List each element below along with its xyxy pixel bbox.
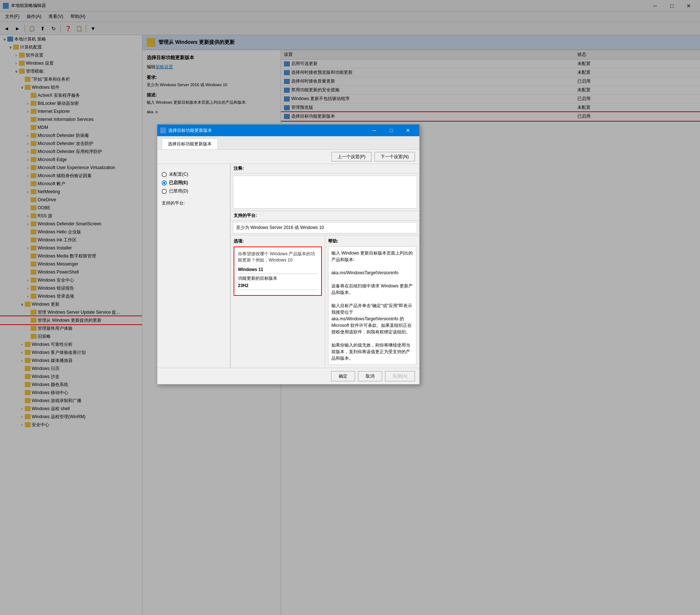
prev-setting-button[interactable]: 上一个设置(P) (331, 152, 372, 161)
options-version-value: 23H2 (238, 283, 318, 288)
dialog-bottom-area: 选项: 你希望接收哪个 Windows 产品版本的功能更新？例如，Windows… (231, 235, 419, 368)
options-version-label: 功能更新的目标版本 (238, 275, 318, 282)
dialog-options-area: 选项: 你希望接收哪个 Windows 产品版本的功能更新？例如，Windows… (231, 235, 325, 368)
radio-disabled-input[interactable] (162, 189, 167, 194)
help-label: 帮助: (328, 238, 416, 244)
dialog-controls: ─ □ ✕ (366, 125, 416, 136)
platform-label-text: 支持的平台: (162, 200, 226, 206)
dialog-nav: 上一个设置(P) 下一个设置(N) (157, 150, 419, 164)
radio-not-configured-input[interactable] (162, 172, 167, 177)
dialog-tab-main[interactable]: 选择目标功能更新版本 (162, 138, 218, 149)
next-setting-button[interactable]: 下一个设置(N) (374, 152, 415, 161)
help-text: 输入 Windows 更新目标版本页面上列出的产品和版本: aka.ms/Win… (328, 247, 416, 365)
ok-button[interactable]: 确定 (331, 371, 355, 381)
dialog-titlebar-left: 选择目标功能更新版本 (160, 127, 212, 134)
options-product-label: Windows 11 (238, 267, 318, 272)
options-divider-1 (238, 274, 318, 274)
options-box: 你希望接收哪个 Windows 产品版本的功能更新？例如，Windows 10 … (234, 247, 322, 296)
dialog-title-icon (160, 127, 166, 133)
radio-not-configured[interactable]: 未配置(C) (162, 171, 226, 177)
dialog-tabs: 选择目标功能更新版本 (157, 136, 419, 150)
dialog-body: 未配置(C) 已启用(E) 已禁用(D) 支持的平台: 注释: (157, 164, 419, 368)
dialog-titlebar: 选择目标功能更新版本 ─ □ ✕ (157, 125, 419, 136)
radio-enabled-input[interactable] (162, 180, 167, 186)
radio-group: 未配置(C) 已启用(E) 已禁用(D) (162, 171, 226, 194)
dialog-minimize-button[interactable]: ─ (366, 125, 383, 136)
dialog-close-button[interactable]: ✕ (400, 125, 416, 136)
dialog-note-box (233, 176, 417, 209)
dialog-footer: 确定 取消 应用(A) (157, 368, 419, 384)
options-question: 你希望接收哪个 Windows 产品版本的功能更新？例如，Windows 10 (238, 251, 318, 263)
dialog-overlay: 选择目标功能更新版本 ─ □ ✕ 选择目标功能更新版本 上一个设置(P) 下一个… (0, 0, 700, 615)
dialog-platform-text: 至少为 Windows Server 2016 或 Windows 10 (233, 222, 417, 233)
dialog-options-panel: 未配置(C) 已启用(E) 已禁用(D) 支持的平台: (157, 164, 230, 368)
options-label: 选项: (234, 238, 322, 244)
cancel-button[interactable]: 取消 (358, 371, 382, 381)
apply-button[interactable]: 应用(A) (385, 371, 415, 381)
radio-disabled[interactable]: 已禁用(D) (162, 188, 226, 194)
radio-not-configured-label: 未配置(C) (169, 171, 188, 177)
dialog-note-label: 注释: (231, 164, 419, 173)
radio-disabled-label: 已禁用(D) (169, 188, 188, 194)
options-divider-2 (238, 290, 318, 290)
radio-enabled-label: 已启用(E) (169, 180, 188, 186)
radio-enabled[interactable]: 已启用(E) (162, 180, 226, 186)
dialog-help-area: 帮助: 输入 Windows 更新目标版本页面上列出的产品和版本: aka.ms… (325, 235, 419, 368)
dialog-platform-label: 支持的平台: (231, 211, 419, 221)
dialog-title: 选择目标功能更新版本 (168, 127, 212, 134)
dialog-right: 注释: 支持的平台: 至少为 Windows Server 2016 或 Win… (230, 164, 419, 368)
dialog: 选择目标功能更新版本 ─ □ ✕ 选择目标功能更新版本 上一个设置(P) 下一个… (157, 124, 420, 385)
dialog-maximize-button[interactable]: □ (383, 125, 400, 136)
